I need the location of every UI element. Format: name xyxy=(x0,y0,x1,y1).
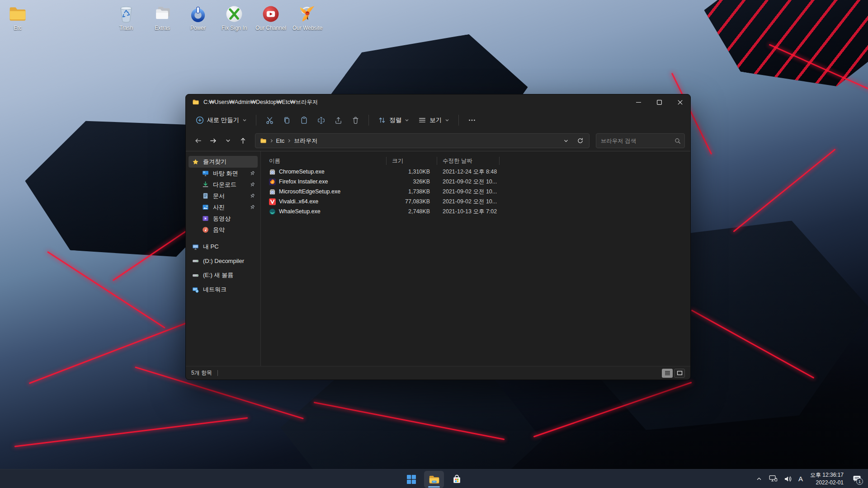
desktop-icon-trash[interactable]: Trash xyxy=(107,4,145,31)
videos-icon xyxy=(202,215,209,222)
refresh-icon[interactable] xyxy=(577,137,584,144)
forward-button[interactable] xyxy=(206,134,220,148)
sort-button-label: 정렬 xyxy=(389,116,401,124)
sidebar-item-downloads[interactable]: 다운로드 xyxy=(189,179,258,190)
minimize-button[interactable] xyxy=(628,94,649,110)
sort-icon xyxy=(378,116,386,124)
sidebar-item-label: 내 PC xyxy=(203,243,219,251)
delete-button[interactable] xyxy=(348,113,363,127)
share-button[interactable] xyxy=(330,113,346,127)
taskbar-clock[interactable]: 오후 12:36:17 2022-02-01 xyxy=(808,471,845,486)
desktop-icon-extras[interactable]: Extras xyxy=(143,4,181,31)
file-row[interactable]: Vivaldi..x64.exe 77,083KB 2021-09-02 오전 … xyxy=(264,197,688,206)
desktop-icon-fix-sign-in[interactable]: Fix Sign In xyxy=(215,4,253,31)
rename-button[interactable] xyxy=(313,113,329,127)
desktop-icon-label: Our Channel xyxy=(255,25,286,31)
desktop-icon-power[interactable]: Power xyxy=(179,4,217,31)
file-size: 1,738KB xyxy=(387,188,437,195)
file-row[interactable]: Firefox Installer.exe 326KB 2021-09-02 오… xyxy=(264,177,688,187)
network-tray-button[interactable] xyxy=(769,469,778,488)
sidebar-item-network[interactable]: 네트워크 xyxy=(189,282,258,297)
search-box[interactable] xyxy=(596,133,685,148)
clock-time: 오후 12:36:17 xyxy=(810,471,844,479)
arrow-up-icon xyxy=(239,137,247,145)
sidebar-item-drive-e[interactable]: (E:) 새 볼륨 xyxy=(189,268,258,282)
notification-center-button[interactable]: 1 xyxy=(850,469,863,488)
sidebar-item-this-pc[interactable]: 내 PC xyxy=(189,240,258,253)
file-row[interactable]: WhaleSetup.exe 2,748KB 2021-10-13 오후 7:0… xyxy=(264,206,688,216)
new-button[interactable]: 새로 만들기 xyxy=(192,113,250,127)
sidebar-item-drive-d[interactable]: (D:) Decompiler xyxy=(189,253,258,268)
maximize-icon xyxy=(657,100,662,105)
sidebar-item-quick-access[interactable]: 즐겨찾기 xyxy=(189,156,258,168)
desktop-icon-our-website[interactable]: Our Website xyxy=(288,4,326,31)
breadcrumb-browser[interactable]: 브라우저 xyxy=(294,137,317,145)
file-row[interactable]: ChromeSetup.exe 1,310KB 2021-12-24 오후 8:… xyxy=(264,167,688,177)
title-bar[interactable]: C:₩Users₩Admin₩Desktop₩Etc₩브라우저 xyxy=(186,94,690,110)
desktop-icon-label: Extras xyxy=(155,25,170,31)
file-date: 2021-09-02 오전 10... xyxy=(437,188,500,196)
power-icon xyxy=(188,4,208,24)
start-button[interactable] xyxy=(401,471,421,488)
chevron-down-icon xyxy=(225,138,231,144)
clock-date: 2022-02-01 xyxy=(810,479,844,486)
share-icon xyxy=(334,116,343,125)
up-button[interactable] xyxy=(236,134,250,148)
more-options-button[interactable] xyxy=(464,113,480,127)
sidebar-item-documents[interactable]: 문서 xyxy=(189,190,258,202)
sort-button[interactable]: 정렬 xyxy=(374,113,413,127)
show-hidden-icons-button[interactable] xyxy=(754,469,764,488)
desktop-icon-our-channel[interactable]: Our Channel xyxy=(252,4,290,31)
active-app-indicator xyxy=(428,486,440,488)
cut-button[interactable] xyxy=(262,113,277,127)
address-bar[interactable]: Etc 브라우저 xyxy=(255,133,590,148)
sidebar-item-label: (D:) Decompiler xyxy=(203,258,244,264)
file-explorer-taskbar-button[interactable] xyxy=(424,471,444,488)
desktop-icon-etc[interactable]: Etc xyxy=(0,4,37,31)
copy-button[interactable] xyxy=(279,113,294,127)
sidebar-item-music[interactable]: 음악 xyxy=(189,224,258,235)
command-bar: 새로 만들기 정 xyxy=(186,110,690,131)
large-icons-view-button[interactable] xyxy=(674,369,685,378)
back-button[interactable] xyxy=(191,134,205,148)
paste-button[interactable] xyxy=(296,113,311,127)
column-header-name[interactable]: 이름 xyxy=(264,157,387,165)
close-button[interactable] xyxy=(670,94,690,110)
sidebar-item-pictures[interactable]: 사진 xyxy=(189,202,258,213)
file-name: Firefox Installer.exe xyxy=(279,178,328,185)
plus-circle-icon xyxy=(196,116,204,124)
sidebar-item-label: 사진 xyxy=(213,203,225,211)
drive-icon xyxy=(192,272,199,279)
sidebar-item-desktop[interactable]: 바탕 화면 xyxy=(189,168,258,179)
column-header-size[interactable]: 크기 xyxy=(387,157,437,165)
sidebar-item-videos[interactable]: 동영상 xyxy=(189,213,258,224)
desktop-icon-label: Our Website xyxy=(292,25,322,31)
volume-tray-button[interactable] xyxy=(783,469,793,488)
view-list-icon xyxy=(418,116,426,124)
column-header-date[interactable]: 수정한 날짜 xyxy=(437,157,500,165)
whale-icon xyxy=(269,208,276,215)
installer-icon xyxy=(269,169,276,175)
chevron-down-icon xyxy=(242,118,247,122)
ime-indicator[interactable]: A xyxy=(797,475,804,483)
search-input[interactable] xyxy=(601,138,675,144)
maximize-button[interactable] xyxy=(649,94,670,110)
sidebar-item-label: 즐겨찾기 xyxy=(203,158,226,166)
download-icon xyxy=(202,181,209,188)
file-row[interactable]: MicrosoftEdgeSetup.exe 1,738KB 2021-09-0… xyxy=(264,187,688,197)
paste-icon xyxy=(300,116,308,125)
recent-locations-button[interactable] xyxy=(221,134,235,148)
arrow-left-icon xyxy=(194,137,202,145)
view-button[interactable]: 보기 xyxy=(415,113,453,127)
cut-icon xyxy=(265,116,274,125)
folder-icon xyxy=(7,4,28,24)
breadcrumb-etc[interactable]: Etc xyxy=(276,137,285,144)
sidebar-item-label: (E:) 새 볼륨 xyxy=(203,271,233,279)
details-view-button[interactable] xyxy=(662,369,673,378)
microsoft-store-taskbar-button[interactable] xyxy=(447,471,467,488)
trash-icon xyxy=(351,116,360,125)
address-dropdown-icon[interactable] xyxy=(563,138,569,144)
desktop-icon-label: Etc xyxy=(14,25,21,31)
window-title: C:₩Users₩Admin₩Desktop₩Etc₩브라우저 xyxy=(203,99,318,106)
file-size: 326KB xyxy=(387,178,437,185)
